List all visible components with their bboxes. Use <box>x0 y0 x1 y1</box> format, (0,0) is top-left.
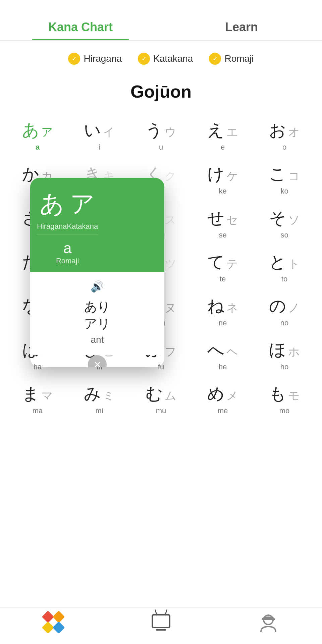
kana-cell-me[interactable]: め メ me <box>192 379 254 419</box>
filter-katakana[interactable]: ✓ Katakana <box>138 53 193 65</box>
popup-hiragana-char: あ <box>40 188 64 220</box>
kana-cell-u[interactable]: う ウ u <box>130 115 192 156</box>
hiragana-to: と <box>269 251 286 273</box>
katakana-ho: ホ <box>288 344 300 360</box>
katakana-se: セ <box>226 212 238 228</box>
katakana-so: ソ <box>288 212 300 228</box>
popup-katakana-section: ア Katakana <box>67 188 98 231</box>
kana-pair-ho: ほ ホ <box>269 339 300 361</box>
kana-cell-i[interactable]: い イ i <box>68 115 130 156</box>
romaji-so: so <box>280 231 288 239</box>
romaji-se: se <box>219 231 226 239</box>
tab-kana-chart[interactable]: Kana Chart <box>0 13 161 40</box>
person-icon <box>258 612 278 633</box>
hiragana-label: Hiragana <box>84 53 122 64</box>
romaji-label: Romaji <box>224 53 254 64</box>
kana-cell-to[interactable]: と ト to <box>254 247 315 287</box>
diamond-red <box>42 610 54 623</box>
popup-example-hiragana: あり <box>84 300 110 314</box>
diamond-icon <box>44 612 64 633</box>
romaji-e: e <box>221 143 225 152</box>
popup-example-romaji: ant <box>91 334 104 345</box>
nav-home[interactable] <box>40 609 67 636</box>
hiragana-i: い <box>84 119 101 142</box>
nav-profile[interactable] <box>255 609 282 636</box>
romaji-i: i <box>99 143 100 152</box>
section-title: Gojūon <box>0 71 322 115</box>
romaji-a: a <box>36 143 40 152</box>
filter-romaji[interactable]: ✓ Romaji <box>209 53 254 65</box>
katakana-ko: コ <box>288 168 300 184</box>
katakana-ke: ケ <box>226 168 238 184</box>
romaji-ma: ma <box>33 407 43 415</box>
kana-cell-he[interactable]: へ ヘ he <box>192 335 254 375</box>
kana-cell-ke[interactable]: け ケ ke <box>192 159 254 200</box>
kana-cell-te[interactable]: て テ te <box>192 247 254 287</box>
kana-cell-o[interactable]: お オ o <box>254 115 315 156</box>
katakana-no: ノ <box>288 300 300 316</box>
tab-learn[interactable]: Learn <box>161 13 322 40</box>
katakana-check-icon: ✓ <box>138 53 150 65</box>
popup-katakana-label: Katakana <box>67 222 98 231</box>
kana-detail-popup[interactable]: あ Hiragana ア Katakana a Romaji 🔊 あり アリ a… <box>30 178 164 367</box>
katakana-mo: モ <box>288 388 300 404</box>
kana-cell-no[interactable]: の ノ no <box>254 291 315 331</box>
hiragana-ko: こ <box>269 163 286 185</box>
hiragana-ma: ま <box>22 383 39 405</box>
kana-pair-me: め メ <box>207 383 238 405</box>
nav-tv[interactable] <box>148 609 174 636</box>
diamond-orange <box>53 610 65 623</box>
kana-cell-ne[interactable]: ね ネ ne <box>192 291 254 331</box>
kana-pair-he: へ ヘ <box>207 339 238 361</box>
hiragana-check-icon: ✓ <box>68 53 80 65</box>
kana-pair-ko: こ コ <box>269 163 300 185</box>
hiragana-no: の <box>269 295 286 317</box>
kana-cell-ma[interactable]: ま マ ma <box>7 379 68 419</box>
kana-pair-mu: む ム <box>146 383 176 405</box>
kana-pair-mo: も モ <box>269 383 300 405</box>
tv-antenna-left <box>155 609 157 615</box>
kana-row-a: あ ア a い イ i う ウ u え エ e <box>7 115 315 156</box>
hiragana-te: て <box>207 251 224 273</box>
kana-pair-so: そ ソ <box>269 207 300 229</box>
filter-hiragana[interactable]: ✓ Hiragana <box>68 53 122 65</box>
katakana-i: イ <box>103 124 115 140</box>
popup-romaji-label: Romaji <box>56 257 79 265</box>
kana-cell-so[interactable]: そ ソ so <box>254 203 315 244</box>
hiragana-se: せ <box>207 207 224 229</box>
katakana-mu: ム <box>165 388 176 404</box>
kana-pair-se: せ セ <box>207 207 238 229</box>
romaji-to: to <box>281 275 287 283</box>
kana-pair-no: の ノ <box>269 295 300 317</box>
kana-pair-i: い イ <box>84 119 115 142</box>
popup-close-area: ✕ <box>30 355 164 367</box>
katakana-me: メ <box>226 388 238 404</box>
romaji-me: me <box>218 407 228 415</box>
kana-cell-ko[interactable]: こ コ ko <box>254 159 315 200</box>
kana-pair-ne: ね ネ <box>207 295 238 317</box>
kana-row-ma: ま マ ma み ミ mi む ム mu め メ me <box>7 379 315 419</box>
audio-button[interactable]: 🔊 <box>91 280 104 293</box>
popup-example-japanese: あり アリ <box>84 298 110 332</box>
kana-cell-e[interactable]: え エ e <box>192 115 254 156</box>
kana-cell-ho[interactable]: ほ ホ ho <box>254 335 315 375</box>
katakana-u: ウ <box>165 124 176 140</box>
kana-cell-a[interactable]: あ ア a <box>7 115 68 156</box>
popup-kana-grid: あ Hiragana ア Katakana a Romaji <box>37 188 98 265</box>
hiragana-ne: ね <box>207 295 224 317</box>
kana-cell-mu[interactable]: む ム mu <box>130 379 192 419</box>
kana-cell-mi[interactable]: み ミ mi <box>68 379 130 419</box>
katakana-nu: ヌ <box>165 300 176 316</box>
kana-pair-e: え エ <box>207 119 238 142</box>
hiragana-so: そ <box>269 207 286 229</box>
hiragana-ke: け <box>207 163 224 185</box>
close-popup-button[interactable]: ✕ <box>88 355 107 367</box>
romaji-te: te <box>220 275 226 283</box>
kana-pair-a: あ ア <box>22 119 53 142</box>
header-tabs: Kana Chart Learn <box>0 0 322 41</box>
hiragana-mi: み <box>84 383 101 405</box>
kana-cell-mo[interactable]: も モ mo <box>254 379 315 419</box>
romaji-o: o <box>282 143 286 152</box>
kana-cell-se[interactable]: せ セ se <box>192 203 254 244</box>
tab-kana-chart-label: Kana Chart <box>48 20 113 34</box>
